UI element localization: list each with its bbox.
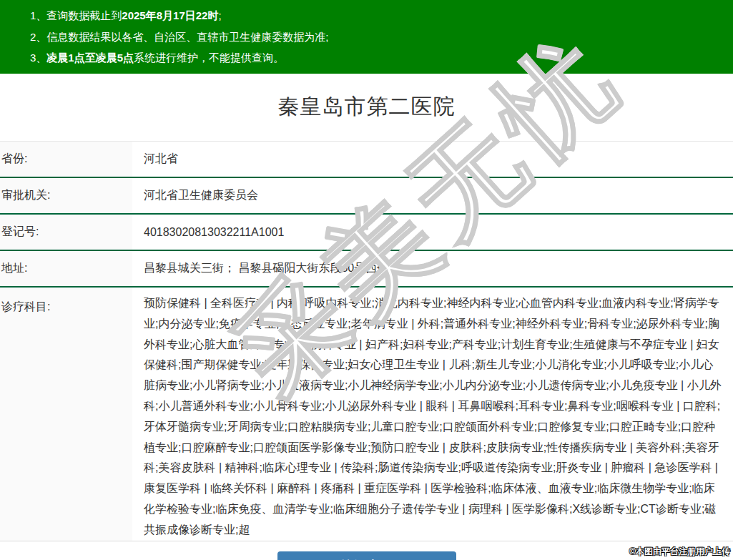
notice-text: ; <box>218 9 221 21</box>
hospital-detail-page: 1、查询数据截止到2025年8月17日22时; 2、信息数据结果以各省、自治区、… <box>0 0 733 560</box>
row-label: 诊疗科目: <box>0 288 132 541</box>
notice-line-1: 1、查询数据截止到2025年8月17日22时; <box>30 5 719 26</box>
close-window-button[interactable]: 〖关闭窗口〗 <box>277 551 456 560</box>
row-value: 昌黎县城关三街； 昌黎县碣阳大街东段50号西侧 <box>132 251 733 286</box>
table-row-province: 省份: 河北省 <box>0 142 733 178</box>
notice-text: 信息数据结果以各省、自治区、直辖市卫生健康委数据为准; <box>46 31 328 43</box>
page-title: 秦皇岛市第二医院 <box>0 74 733 141</box>
table-row-registration-number: 登记号: 40183020813032211A1001 <box>0 215 733 251</box>
notice-text: 系统进行维护，不能提供查询。 <box>134 51 284 64</box>
row-label: 省份: <box>0 142 132 177</box>
table-row-address: 地址: 昌黎县城关三街； 昌黎县碣阳大街东段50号西侧 <box>0 251 733 288</box>
row-value: 河北省卫生健康委员会 <box>132 178 733 213</box>
notice-bold-text: 凌晨1点至凌晨5点 <box>46 51 134 64</box>
table-row-medical-subjects: 诊疗科目: 预防保健科 | 全科医疗科 | 内科;呼吸内科专业;消化内科专业;神… <box>0 288 733 541</box>
row-value: 河北省 <box>132 142 733 177</box>
copyright-note: ©本图由平台注册用户上传 <box>629 546 730 558</box>
notice-banner: 1、查询数据截止到2025年8月17日22时; 2、信息数据结果以各省、自治区、… <box>0 0 733 74</box>
row-label: 地址: <box>0 251 132 286</box>
row-value: 40183020813032211A1001 <box>132 216 733 249</box>
notice-line-2: 2、信息数据结果以各省、自治区、直辖市卫生健康委数据为准; <box>30 26 719 48</box>
notice-number: 1、 <box>30 9 46 21</box>
notice-text: 查询数据截止到 <box>46 9 122 21</box>
row-value: 预防保健科 | 全科医疗科 | 内科;呼吸内科专业;消化内科专业;神经内科专业;… <box>132 288 733 541</box>
notice-number: 3、 <box>30 51 46 64</box>
details-table: 省份: 河北省 审批机关: 河北省卫生健康委员会 登记号: 4018302081… <box>0 141 733 541</box>
button-area: 〖关闭窗口〗 <box>0 551 733 560</box>
table-row-approval-authority: 审批机关: 河北省卫生健康委员会 <box>0 178 733 215</box>
notice-bold-text: 2025年8月17日22时 <box>122 9 218 21</box>
notice-number: 2、 <box>30 31 46 43</box>
row-label: 登记号: <box>0 215 132 250</box>
row-label: 审批机关: <box>0 178 132 213</box>
notice-line-3: 3、凌晨1点至凌晨5点系统进行维护，不能提供查询。 <box>30 47 719 69</box>
